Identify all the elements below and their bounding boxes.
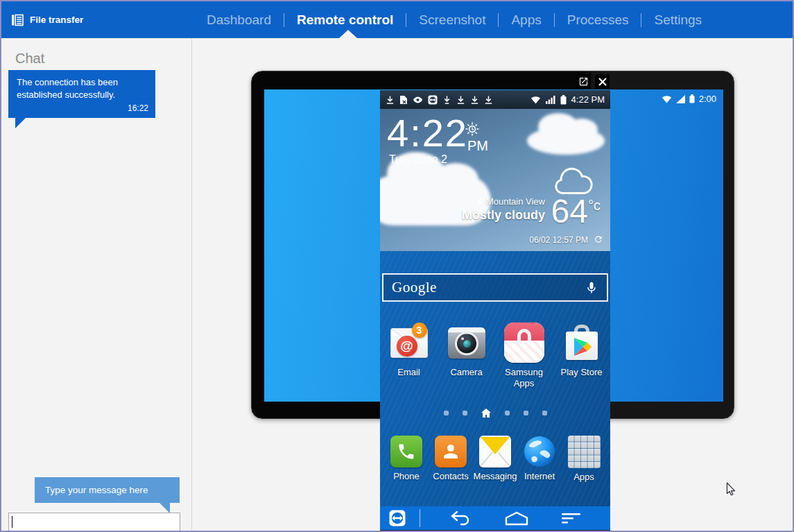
google-search-widget[interactable]: Google xyxy=(382,273,608,302)
mouse-cursor xyxy=(726,482,736,497)
tab-remote-control[interactable]: Remote control xyxy=(284,12,406,28)
notification-badge: 3 xyxy=(412,323,427,338)
app-email[interactable]: @ 3 Email xyxy=(380,323,438,390)
tab-processes[interactable]: Processes xyxy=(555,12,641,28)
play-store-icon xyxy=(562,323,602,363)
app-label: Samsung Apps xyxy=(495,367,553,390)
microphone-icon[interactable] xyxy=(585,280,598,295)
dock-contacts[interactable]: Contacts xyxy=(429,436,473,482)
battery-icon xyxy=(560,95,567,105)
dock-label: Messaging xyxy=(474,471,517,481)
eye-icon xyxy=(413,96,423,104)
weather-condition: Mostly cloudy xyxy=(462,208,545,223)
app-label: Play Store xyxy=(561,367,603,378)
remote-control-view: 2:00 xyxy=(192,38,793,531)
chat-tooltip-text: Type your message here xyxy=(45,485,148,495)
samsung-apps-icon xyxy=(504,323,544,363)
menu-button[interactable] xyxy=(562,512,581,524)
phone-icon xyxy=(390,436,422,467)
tablet-clock: 2:00 xyxy=(699,94,716,104)
remote-support-window: { "topbar": { "brand": "File transfer", … xyxy=(0,0,794,532)
weather-temperature: 64 °c xyxy=(551,195,601,228)
home-page-icon[interactable] xyxy=(481,409,491,418)
apps-grid-icon xyxy=(568,436,601,468)
close-button[interactable] xyxy=(595,74,610,89)
page-dot[interactable] xyxy=(463,411,467,415)
refresh-icon[interactable] xyxy=(594,234,603,244)
download-icon xyxy=(456,95,465,105)
tab-apps[interactable]: Apps xyxy=(499,12,553,28)
messaging-icon xyxy=(479,436,511,467)
wifi-icon xyxy=(530,95,541,104)
file-transfer-label: File transfer xyxy=(30,15,83,25)
tablet-status-bar: 2:00 xyxy=(662,94,716,104)
nav-tabs: Dashboard Remote control Screenshot Apps… xyxy=(194,1,714,38)
download-icon xyxy=(470,95,479,105)
home-button[interactable] xyxy=(505,511,528,526)
battery-icon xyxy=(689,94,695,103)
tab-settings[interactable]: Settings xyxy=(641,12,714,28)
dock-phone[interactable]: Phone xyxy=(384,436,429,482)
dock-messaging[interactable]: Messaging xyxy=(473,436,517,482)
phone-status-bar: 4:22 PM xyxy=(380,90,610,109)
email-icon: @ 3 xyxy=(389,323,429,363)
location-pin-icon xyxy=(477,197,484,206)
file-transfer-icon xyxy=(11,14,24,26)
internet-globe-icon xyxy=(524,436,555,467)
capture-controls xyxy=(380,74,610,90)
page-dot[interactable] xyxy=(444,411,449,415)
tab-dashboard[interactable]: Dashboard xyxy=(194,12,284,28)
weather-updated-time: 06/02 12:57 PM xyxy=(529,235,588,245)
widget-date: Tue, June 2 xyxy=(389,153,447,166)
chat-message-bubble: The connection has been established succ… xyxy=(8,70,155,118)
daytime-clock-icon xyxy=(465,121,480,137)
weather-location-text: Mountain View xyxy=(486,196,545,207)
chat-message-time: 16:22 xyxy=(17,103,148,114)
phone-screen-capture[interactable]: 4:22 PM 4:22 PM Tue, June 2 xyxy=(380,74,610,532)
phone-home-screen: Google @ 3 Email xyxy=(380,251,610,532)
home-app-row: @ 3 Email Camera xyxy=(380,323,610,390)
download-icon xyxy=(484,95,493,105)
email-at-icon: @ xyxy=(397,336,417,357)
weather-location: Mountain View xyxy=(477,196,545,207)
dock-label: Phone xyxy=(393,471,420,481)
contacts-icon xyxy=(435,436,467,467)
weather-clock-widget: 4:22 PM Tue, June 2 Mountain View Mostly… xyxy=(380,109,610,251)
dock-internet[interactable]: Internet xyxy=(517,436,562,482)
top-navbar: File transfer Dashboard Remote control S… xyxy=(1,1,793,38)
tab-screenshot[interactable]: Screenshot xyxy=(406,12,498,28)
phone-navigation-bar xyxy=(380,506,610,530)
camera-icon xyxy=(447,323,487,363)
page-dot[interactable] xyxy=(524,411,528,415)
page-dot[interactable] xyxy=(542,411,547,415)
chat-title: Chat xyxy=(15,51,44,67)
text-caret xyxy=(12,516,12,528)
download-icon xyxy=(386,95,395,105)
page-dot[interactable] xyxy=(505,411,510,415)
teamviewer-button[interactable] xyxy=(389,510,406,526)
dock-label: Apps xyxy=(573,472,594,482)
dock-bar: Phone Contacts Messaging xyxy=(380,436,610,482)
app-camera[interactable]: Camera xyxy=(438,323,495,390)
wifi-icon xyxy=(662,95,672,103)
widget-ampm: PM xyxy=(467,138,488,154)
temperature-value: 64 xyxy=(551,195,588,228)
app-label: Camera xyxy=(450,367,482,378)
popout-button[interactable] xyxy=(576,74,591,89)
file-transfer-button[interactable]: File transfer xyxy=(11,1,83,38)
phone-clock: 4:22 PM xyxy=(571,94,605,105)
teamviewer-status-icon xyxy=(428,95,438,105)
sim-card-icon xyxy=(399,95,408,105)
signal-icon xyxy=(676,95,685,103)
active-tab-notch xyxy=(339,30,357,38)
chat-input-tooltip: Type your message here xyxy=(35,477,180,503)
app-samsung-apps[interactable]: Samsung Apps xyxy=(495,323,553,390)
app-play-store[interactable]: Play Store xyxy=(553,323,610,390)
dock-label: Internet xyxy=(524,471,555,481)
home-page-indicator xyxy=(380,409,610,418)
google-logo: Google xyxy=(392,279,437,296)
chat-sidebar: Chat The connection has been established… xyxy=(1,38,192,531)
dock-apps[interactable]: Apps xyxy=(562,436,606,482)
chat-message-input[interactable] xyxy=(8,513,180,531)
back-button[interactable] xyxy=(449,510,472,526)
